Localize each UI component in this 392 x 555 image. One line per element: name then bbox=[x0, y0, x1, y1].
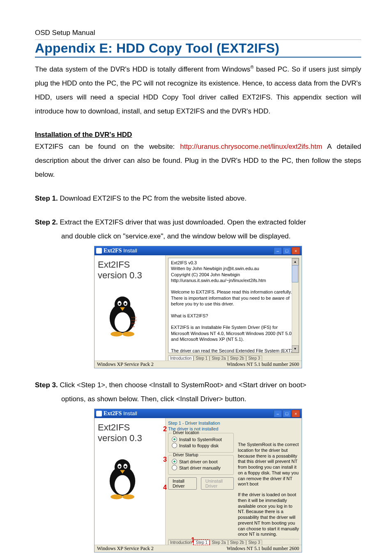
callout-3: 3 bbox=[163, 456, 167, 463]
svg-point-14 bbox=[115, 475, 130, 495]
product-version: version 0.3 bbox=[98, 270, 162, 281]
ext2ifs-link[interactable]: http://uranus.chrysocome.net/linux/ext2i… bbox=[180, 143, 322, 150]
svg-point-18 bbox=[118, 466, 120, 468]
status-build: Windows NT 5.1 build number 2600 bbox=[226, 361, 299, 368]
scroll-up-icon[interactable]: ▴ bbox=[292, 258, 299, 266]
radio-start-manually[interactable]: Start driver manually bbox=[172, 465, 230, 470]
product-name: Ext2IFS bbox=[98, 259, 162, 270]
intro-para-welcome: Welcome to EXT2IFS. Please read this inf… bbox=[171, 289, 296, 307]
status-os: Windows XP Service Pack 2 bbox=[97, 546, 154, 552]
svg-point-1 bbox=[115, 312, 130, 332]
status-build: Windows NT 5.1 build number 2600 bbox=[226, 546, 299, 552]
window-title-a: Ext2FS bbox=[104, 410, 122, 416]
minimize-button[interactable]: – bbox=[274, 410, 282, 417]
tab-step-2b[interactable]: Step 2b bbox=[228, 540, 246, 545]
svg-text:sda2: sda2 bbox=[131, 319, 137, 321]
step-2-text-b: and double click on "service.exe", and t… bbox=[35, 229, 361, 243]
radio-label: Start driver on boot bbox=[179, 459, 218, 464]
intro-q1: What is EXT2IFS? bbox=[171, 313, 296, 319]
radio-icon bbox=[172, 443, 177, 448]
step-3: Step 3. Click <Step 1>, then choose <Ins… bbox=[35, 378, 361, 406]
callout-2: 2 bbox=[163, 426, 167, 433]
tab-introduction[interactable]: Introduction bbox=[168, 540, 194, 545]
app-icon bbox=[96, 248, 102, 254]
status-os: Windows XP Service Pack 2 bbox=[97, 361, 154, 368]
close-button[interactable]: × bbox=[292, 247, 300, 254]
window-titlebar: Ext2FS Install – □ × bbox=[95, 409, 302, 418]
step-1-text: Download EXT2IFS to the PC from the webs… bbox=[58, 194, 247, 202]
svg-point-21 bbox=[122, 494, 134, 499]
tab-step-2b[interactable]: Step 2b bbox=[228, 356, 246, 361]
svg-point-20 bbox=[111, 494, 122, 499]
tab-step-2a[interactable]: Step 2a bbox=[210, 356, 228, 361]
radio-icon bbox=[172, 437, 177, 442]
maximize-button[interactable]: □ bbox=[283, 410, 291, 417]
intro-line-3: Copyright (C) 2004 John Newbigin bbox=[171, 272, 296, 278]
radio-label: Install to floppy disk bbox=[179, 443, 219, 448]
tab-step-1[interactable]: Step 1 bbox=[194, 540, 210, 545]
step-1: Step 1. Download EXT2IFS to the PC from … bbox=[35, 192, 361, 206]
scrollbar[interactable]: ▴ ▾ bbox=[292, 258, 299, 353]
page-title: Appendix E: HDD Copy Tool (EXT2IFS) bbox=[35, 41, 361, 58]
tux-penguin-image bbox=[98, 451, 147, 501]
tux-penguin-image: sda1sda2 devusr bbox=[98, 289, 147, 338]
radio-start-on-boot[interactable]: Start driver on boot bbox=[172, 459, 230, 464]
ext2fs-install-window-step1: Ext2FS Install – □ × Ext2IFS version 0.3 bbox=[94, 409, 302, 553]
window-titlebar: Ext2FS Install – □ × bbox=[95, 246, 302, 255]
tab-step-2a[interactable]: Step 2a bbox=[210, 540, 228, 545]
tab-step-3[interactable]: Step 3 bbox=[246, 356, 262, 361]
svg-text:sda1: sda1 bbox=[131, 316, 137, 319]
intro-para-what: EXT2IFS is an Installable File System Dr… bbox=[171, 324, 296, 342]
tab-step-1[interactable]: Step 1 bbox=[194, 356, 210, 361]
step-2-label: Step 2. bbox=[35, 218, 58, 226]
group-label-startup: Driver Startup bbox=[172, 453, 200, 457]
app-icon bbox=[96, 411, 102, 416]
step-3-label: Step 3. bbox=[35, 381, 58, 389]
radio-install-floppy[interactable]: Install to floppy disk bbox=[172, 443, 230, 448]
step-2: Step 2. Extract the EXT2IFS driver that … bbox=[35, 215, 361, 243]
step-2-text-a: Extract the EXT2IFS driver that was just… bbox=[58, 218, 306, 226]
intro-paragraph: The data system of the DVR's HDD is tota… bbox=[35, 62, 361, 118]
tabs-row: Introduction Step 1 Step 2a Step 2b Step… bbox=[168, 355, 299, 361]
svg-point-8 bbox=[122, 331, 134, 336]
intro-para-driver: The driver can read the Second Extended … bbox=[171, 348, 296, 353]
radio-label: Install to SystemRoot bbox=[179, 437, 222, 442]
radio-icon bbox=[172, 465, 177, 470]
install-driver-button[interactable]: Install Driver bbox=[168, 477, 197, 490]
desc-systemroot: The SystemRoot is the correct location f… bbox=[238, 442, 299, 487]
minimize-button[interactable]: – bbox=[274, 247, 282, 254]
product-version: version 0.3 bbox=[98, 433, 162, 444]
window-title-b: Install bbox=[122, 247, 137, 254]
svg-text:dev: dev bbox=[131, 322, 136, 324]
svg-point-19 bbox=[125, 466, 127, 468]
svg-point-7 bbox=[111, 331, 122, 336]
step-1-label: Step 1. bbox=[35, 194, 58, 202]
radio-icon bbox=[172, 459, 177, 464]
scroll-thumb[interactable] bbox=[292, 265, 298, 282]
install-text-a: EXT2IFS can be found on the website: bbox=[35, 143, 180, 150]
window-title-a: Ext2FS bbox=[104, 247, 122, 254]
tab-introduction[interactable]: Introduction bbox=[168, 356, 194, 361]
group-driver-location: Driver location Install to SystemRoot In… bbox=[168, 433, 234, 453]
uninstall-driver-button[interactable]: Uninstall Driver bbox=[201, 477, 234, 490]
intro-text-a: The data system of the DVR's HDD is tota… bbox=[35, 65, 250, 73]
step-3-text-b: options, as shown below. Then, click <In… bbox=[35, 392, 361, 406]
scroll-down-icon[interactable]: ▾ bbox=[292, 345, 299, 353]
intro-line-4: http://uranus.it.swin.edu.au/~jn/linux/e… bbox=[171, 278, 296, 283]
group-driver-startup: Driver Startup Start driver on boot Star… bbox=[168, 455, 234, 475]
intro-text-box: Ext2IFS v0.3 Written by John Newbigin jn… bbox=[168, 258, 299, 353]
panel-title: Step 1 - Driver Installation bbox=[168, 421, 299, 426]
section-heading-installation: Installation of the DVR's HDD bbox=[35, 131, 361, 139]
ext2fs-install-window-intro: Ext2FS Install – □ × Ext2IFS version 0.3 bbox=[94, 246, 302, 368]
maximize-button[interactable]: □ bbox=[283, 247, 291, 254]
tab-step-3[interactable]: Step 3 bbox=[246, 540, 262, 545]
desc-boot: If the driver is loaded on boot then it … bbox=[238, 492, 299, 537]
intro-line-1: Ext2IFS v0.3 bbox=[171, 260, 296, 266]
product-name: Ext2IFS bbox=[98, 422, 162, 433]
callout-4: 4 bbox=[163, 484, 167, 491]
step-3-text-a: Click <Step 1>, then choose <Install to … bbox=[58, 381, 307, 389]
svg-point-6 bbox=[125, 303, 127, 305]
radio-install-systemroot[interactable]: Install to SystemRoot bbox=[172, 437, 230, 442]
running-header: OSD Setup Manual bbox=[35, 29, 361, 37]
close-button[interactable]: × bbox=[292, 410, 300, 417]
